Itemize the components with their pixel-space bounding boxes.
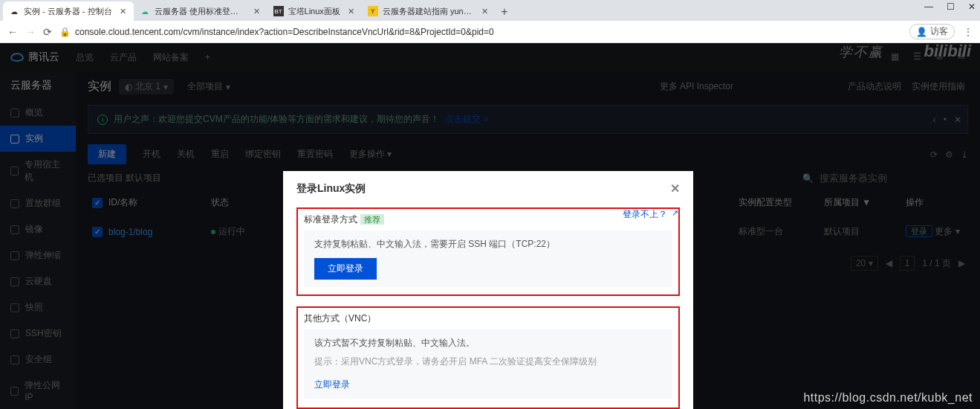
new-tab-button[interactable]: + [496, 3, 513, 21]
browser-tab[interactable]: ☁ 云服务器 使用标准登录方式登录 ✕ [134, 1, 267, 21]
close-icon[interactable]: ✕ [348, 7, 354, 16]
browser-tab[interactable]: Y 云服务器建站指南 yun3.cc ✕ [362, 1, 496, 21]
external-icon: ↗ [672, 208, 678, 221]
menu-icon[interactable]: ⋮ [964, 27, 973, 37]
close-window-icon[interactable]: ✕ [968, 1, 976, 12]
forward-icon[interactable]: → [25, 26, 36, 38]
close-icon[interactable]: ✕ [120, 7, 126, 16]
back-icon[interactable]: ← [7, 26, 18, 38]
minimize-icon[interactable]: — [924, 1, 933, 12]
url-text: console.cloud.tencent.com/cvm/instance/i… [75, 27, 494, 37]
modal-title: 登录Linux实例 [296, 182, 366, 196]
tab-title: 云服务器 使用标准登录方式登录 [155, 6, 246, 17]
std-desc: 支持复制粘贴、中文输入法，需要开启 SSH 端口（TCP:22） [314, 238, 662, 251]
cloud-icon: ☁ [9, 6, 19, 16]
vnc-title: 其他方式（VNC） [304, 312, 672, 325]
close-icon[interactable]: ✕ [481, 7, 488, 16]
y-icon: Y [368, 6, 378, 16]
login-modal: 登录Linux实例 ✕ 登录不上？↗ 标准登录方式推荐 支持复制粘贴、中文输入法… [283, 171, 693, 409]
visitor-chip[interactable]: 👤 访客 [909, 24, 955, 39]
blog-watermark: https://blog.csdn.net/kubk_net [803, 391, 973, 405]
lock-icon: 🔒 [59, 27, 71, 37]
vnc-hint: 提示：采用VNC方式登录，请务必开启 MFA 二次验证提高安全保障级别 [314, 355, 662, 368]
visitor-label: 访客 [930, 25, 948, 38]
browser-tab-strip: ☁ 实例 - 云服务器 - 控制台 ✕ ☁ 云服务器 使用标准登录方式登录 ✕ … [0, 0, 980, 21]
bt-icon: BT [273, 6, 284, 16]
tab-title: 实例 - 云服务器 - 控制台 [24, 6, 112, 17]
close-icon[interactable]: ✕ [670, 181, 680, 196]
std-title: 标准登录方式 [304, 214, 357, 225]
url-field[interactable]: 🔒 console.cloud.tencent.com/cvm/instance… [59, 27, 902, 37]
close-icon[interactable]: ✕ [253, 7, 260, 16]
recommended-badge: 推荐 [360, 214, 384, 225]
tab-title: 宝塔Linux面板 [288, 6, 340, 17]
vnc-login-link[interactable]: 立即登录 [314, 379, 350, 390]
person-icon: 👤 [916, 27, 927, 37]
cloud-icon: ☁ [140, 6, 150, 16]
std-login-button[interactable]: 立即登录 [314, 258, 377, 280]
cant-login-link[interactable]: 登录不上？↗ [623, 208, 678, 221]
tab-title: 云服务器建站指南 yun3.cc [383, 6, 474, 17]
address-bar: ← → ⟳ 🔒 console.cloud.tencent.com/cvm/in… [0, 21, 980, 43]
reload-icon[interactable]: ⟳ [43, 26, 52, 38]
vnc-login-section: 其他方式（VNC） 该方式暂不支持复制粘贴、中文输入法。 提示：采用VNC方式登… [296, 306, 680, 409]
vnc-desc: 该方式暂不支持复制粘贴、中文输入法。 [314, 337, 662, 350]
help-label: 登录不上？ [623, 208, 667, 221]
maximize-icon[interactable]: ☐ [947, 1, 955, 12]
browser-tab[interactable]: BT 宝塔Linux面板 ✕ [267, 1, 362, 21]
browser-tab[interactable]: ☁ 实例 - 云服务器 - 控制台 ✕ [3, 1, 134, 21]
